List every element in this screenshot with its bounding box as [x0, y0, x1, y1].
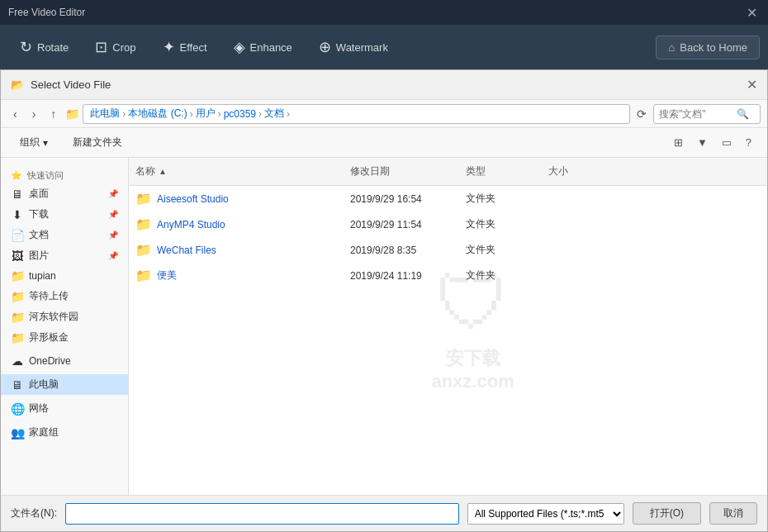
sidebar-item-desktop[interactable]: 🖥 桌面 📌: [1, 183, 128, 204]
path-pc0359[interactable]: pc0359: [224, 108, 256, 120]
folder-icon: 📁: [135, 242, 152, 258]
app-title: Free Video Editor: [8, 7, 743, 18]
file-cell-size: [542, 221, 608, 228]
new-folder-button[interactable]: 新建文件夹: [64, 132, 131, 153]
view-preview-button[interactable]: ▭: [716, 133, 737, 152]
sidebar-item-yixing[interactable]: 📁 异形板金: [1, 327, 128, 348]
effect-button[interactable]: ✦ Effect: [151, 33, 219, 61]
bottom-bar: 文件名(N): All Supported Files (*.ts;*.mt5 …: [1, 495, 767, 531]
folder-icon: 📁: [135, 268, 152, 283]
file-cell-name: 📁 WeChat Files: [129, 239, 344, 261]
sidebar-item-network[interactable]: 🌐 网络: [1, 398, 128, 419]
file-cell-size: [542, 273, 608, 279]
organize-button[interactable]: 组织 ▾: [11, 132, 57, 153]
dialog-folder-icon: 📂: [11, 78, 24, 91]
nav-up-button[interactable]: ↑: [45, 105, 62, 123]
view-grid-button[interactable]: ⊞: [668, 133, 689, 152]
rotate-icon: ↻: [20, 38, 32, 56]
sidebar-item-pictures[interactable]: 🖼 图片 📌: [1, 245, 128, 266]
sidebar-item-documents[interactable]: 📄 文档 📌: [1, 225, 128, 245]
table-row[interactable]: 📁 Aiseesoft Studio 2019/9/29 16:54 文件夹: [129, 186, 767, 211]
dialog-title-bar: 📂 Select Video File ✕: [1, 70, 767, 100]
file-cell-date: 2019/9/29 16:54: [344, 190, 459, 208]
nav-forward-button[interactable]: ›: [26, 105, 42, 123]
col-header-size[interactable]: 大小: [542, 161, 608, 182]
file-cell-size: [542, 196, 608, 202]
sidebar-item-waiting[interactable]: 📁 等待上传: [1, 286, 128, 306]
sidebar-item-onedrive[interactable]: ☁ OneDrive: [1, 351, 128, 371]
new-folder-label: 新建文件夹: [73, 135, 122, 150]
path-documents[interactable]: 文档: [264, 107, 284, 121]
file-cell-name: 📁 便美: [129, 264, 344, 287]
close-icon[interactable]: ✕: [743, 4, 760, 21]
file-cell-type: 文件夹: [459, 240, 542, 260]
enhance-button[interactable]: ◈ Enhance: [222, 33, 304, 61]
view-buttons: ⊞ ▼ ▭ ?: [668, 133, 757, 152]
file-list-area: 名称 ▲ 修改日期 类型 大小 📁 Aiseesoft Studio 2019/…: [129, 158, 767, 495]
nav-search-box[interactable]: 🔍: [653, 104, 761, 124]
watermark-label: Watermark: [336, 41, 388, 54]
organize-label: 组织: [20, 135, 40, 150]
enhance-label: Enhance: [250, 41, 292, 54]
file-cell-type: 文件夹: [459, 214, 542, 235]
cancel-button[interactable]: 取消: [709, 502, 757, 525]
sidebar-item-homegroup[interactable]: 👥 家庭组: [1, 422, 128, 443]
file-cell-type: 文件夹: [459, 265, 542, 286]
sidebar-item-downloads[interactable]: ⬇ 下载 📌: [1, 204, 128, 225]
search-icon: 🔍: [737, 108, 749, 120]
star-icon: ⭐: [11, 170, 22, 181]
effect-icon: ✦: [163, 38, 175, 56]
nav-refresh-button[interactable]: ⟳: [633, 106, 650, 122]
open-button[interactable]: 打开(O): [633, 502, 701, 525]
effect-label: Effect: [180, 41, 207, 54]
filename-label: 文件名(N):: [11, 506, 57, 520]
network-section: 🌐 网络: [1, 398, 128, 419]
path-users[interactable]: 用户: [196, 107, 216, 121]
desktop-icon: 🖥: [11, 188, 24, 201]
folder-icon: 📁: [135, 216, 152, 232]
tupian-icon: 📁: [11, 269, 24, 283]
table-row[interactable]: 📁 便美 2019/9/24 11:19 文件夹: [129, 263, 767, 288]
path-cdrive[interactable]: 本地磁盘 (C:): [128, 107, 187, 121]
file-cell-size: [542, 247, 608, 254]
toolbar: ↻ Rotate ⊡ Crop ✦ Effect ◈ Enhance ⊕ Wat…: [0, 25, 768, 69]
rotate-label: Rotate: [37, 41, 69, 54]
crop-button[interactable]: ⊡ Crop: [83, 33, 147, 61]
crop-icon: ⊡: [95, 38, 107, 56]
file-cell-name: 📁 Aiseesoft Studio: [129, 188, 344, 210]
sidebar-item-hedong[interactable]: 📁 河东软件园: [1, 306, 128, 327]
documents-icon: 📄: [11, 229, 24, 242]
file-cell-date: 2019/9/29 11:54: [344, 216, 459, 234]
file-dialog: 📂 Select Video File ✕ ‹ › ↑ 📁 此电脑 › 本地磁盘…: [0, 69, 768, 532]
filename-input[interactable]: [65, 503, 459, 525]
sort-arrow-icon: ▲: [159, 167, 167, 176]
sidebar-item-thispc[interactable]: 🖥 此电脑: [1, 374, 128, 395]
back-to-home-button[interactable]: ⌂ Back to Home: [656, 36, 760, 59]
enhance-icon: ◈: [234, 38, 245, 56]
path-thispc[interactable]: 此电脑: [90, 107, 120, 121]
nav-bar: ‹ › ↑ 📁 此电脑 › 本地磁盘 (C:) › 用户 › pc0359 › …: [1, 100, 767, 128]
table-row[interactable]: 📁 AnyMP4 Studio 2019/9/29 11:54 文件夹: [129, 211, 767, 237]
table-row[interactable]: 📁 WeChat Files 2019/9/28 8:35 文件夹: [129, 237, 767, 263]
pictures-icon: 🖼: [11, 249, 24, 263]
nav-folder-icon: 📁: [65, 107, 79, 121]
quick-access-label: ⭐ 快速访问: [1, 164, 128, 183]
rotate-button[interactable]: ↻ Rotate: [8, 33, 80, 61]
nav-path[interactable]: 此电脑 › 本地磁盘 (C:) › 用户 › pc0359 › 文档 ›: [83, 104, 630, 124]
nav-back-button[interactable]: ‹: [7, 105, 23, 123]
file-cell-name: 📁 AnyMP4 Studio: [129, 213, 344, 235]
dialog-close-icon[interactable]: ✕: [747, 77, 757, 93]
watermark-icon: ⊕: [319, 38, 331, 56]
col-header-type[interactable]: 类型: [459, 161, 542, 182]
filetype-select[interactable]: All Supported Files (*.ts;*.mt5: [467, 503, 624, 525]
watermark-button[interactable]: ⊕ Watermark: [307, 33, 400, 61]
sidebar-item-tupian[interactable]: 📁 tupian: [1, 266, 128, 286]
col-header-date[interactable]: 修改日期: [344, 161, 459, 182]
view-toggle-button[interactable]: ▼: [691, 133, 713, 152]
nav-search-input[interactable]: [659, 108, 733, 120]
col-header-name[interactable]: 名称 ▲: [129, 161, 344, 182]
onedrive-section: ☁ OneDrive: [1, 351, 128, 371]
file-name-text: Aiseesoft Studio: [157, 193, 229, 205]
help-button[interactable]: ?: [740, 133, 757, 152]
dialog-title-text: Select Video File: [31, 78, 111, 91]
